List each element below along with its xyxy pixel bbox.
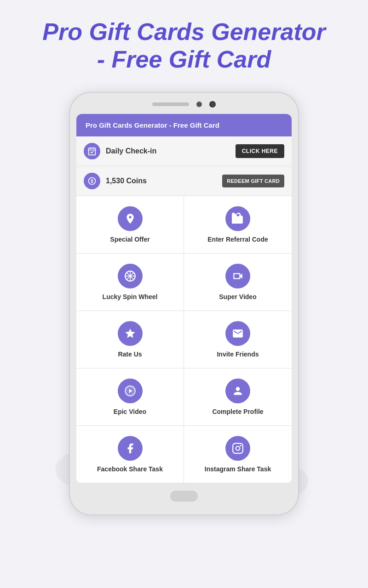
grid-container: Special Offer Enter Referral Code	[76, 196, 292, 483]
page-title: Pro Gift Cards Generator - Free Gift Car…	[42, 18, 325, 74]
phone-speaker	[152, 102, 189, 106]
grid-item-super-video[interactable]: Super Video	[184, 254, 292, 311]
complete-profile-label: Complete Profile	[212, 408, 263, 415]
phone-front-camera	[196, 102, 202, 107]
svg-text:$: $	[91, 179, 93, 184]
super-video-label: Super Video	[219, 293, 256, 300]
page-wrapper: Pro Gift Cards Generator - Free Gift Car…	[0, 0, 368, 588]
rate-us-label: Rate Us	[118, 351, 142, 358]
checkin-label: Daily Check-in	[106, 147, 230, 155]
facebook-share-icon	[118, 436, 143, 461]
daily-checkin-row: Daily Check-in CLICK HERE	[76, 136, 292, 166]
phone-screen: Pro Gift Cards Generator - Free Gift Car…	[76, 114, 292, 483]
phone-frame: Pro Gift Cards Generator - Free Gift Car…	[69, 92, 299, 515]
home-button[interactable]	[170, 491, 198, 502]
invite-friends-label: Invite Friends	[217, 351, 259, 358]
svg-rect-6	[233, 216, 243, 222]
grid-item-lucky-spin[interactable]: Lucky Spin Wheel	[76, 254, 184, 311]
special-offer-icon	[118, 206, 143, 231]
grid-item-invite-friends[interactable]: Invite Friends	[184, 311, 292, 368]
coins-label: 1,530 Coins	[106, 177, 217, 185]
svg-point-17	[240, 445, 241, 446]
super-video-icon	[225, 264, 250, 288]
app-header-text: Pro Gift Cards Generator - Free Gift Car…	[86, 121, 219, 129]
phone-bottom	[76, 491, 292, 502]
click-here-button[interactable]: CLICK HERE	[236, 144, 284, 158]
svg-rect-0	[89, 148, 96, 155]
svg-point-12	[129, 275, 131, 277]
coins-row: $ 1,530 Coins REDEEM GIFT CARD	[76, 166, 292, 196]
grid-item-rate-us[interactable]: Rate Us	[76, 311, 184, 368]
rate-us-icon	[118, 321, 143, 346]
grid-item-enter-referral[interactable]: Enter Referral Code	[184, 196, 292, 254]
redeem-gift-card-button[interactable]: REDEEM GIFT CARD	[222, 175, 284, 187]
lucky-spin-icon	[118, 264, 143, 288]
grid-item-special-offer[interactable]: Special Offer	[76, 196, 184, 254]
phone-top-bar	[76, 101, 292, 107]
special-offer-label: Special Offer	[110, 236, 150, 243]
svg-point-16	[236, 446, 240, 450]
facebook-share-label: Facebook Share Task	[97, 465, 163, 473]
instagram-share-label: Instagram Share Task	[205, 465, 271, 473]
instagram-share-icon	[225, 436, 250, 461]
epic-video-icon	[118, 379, 143, 403]
invite-friends-icon	[225, 321, 250, 346]
svg-rect-15	[233, 443, 243, 453]
complete-profile-icon	[225, 379, 250, 403]
phone-camera	[209, 101, 216, 107]
checkin-icon	[84, 143, 100, 159]
coins-icon: $	[84, 173, 100, 189]
lucky-spin-label: Lucky Spin Wheel	[103, 293, 158, 300]
grid-item-instagram-share[interactable]: Instagram Share Task	[184, 426, 292, 483]
enter-referral-icon	[225, 206, 250, 231]
enter-referral-label: Enter Referral Code	[207, 236, 268, 243]
app-header: Pro Gift Cards Generator - Free Gift Car…	[76, 114, 292, 136]
grid-item-facebook-share[interactable]: Facebook Share Task	[76, 426, 184, 483]
grid-item-complete-profile[interactable]: Complete Profile	[184, 368, 292, 426]
grid-item-epic-video[interactable]: Epic Video	[76, 368, 184, 426]
epic-video-label: Epic Video	[114, 408, 146, 415]
